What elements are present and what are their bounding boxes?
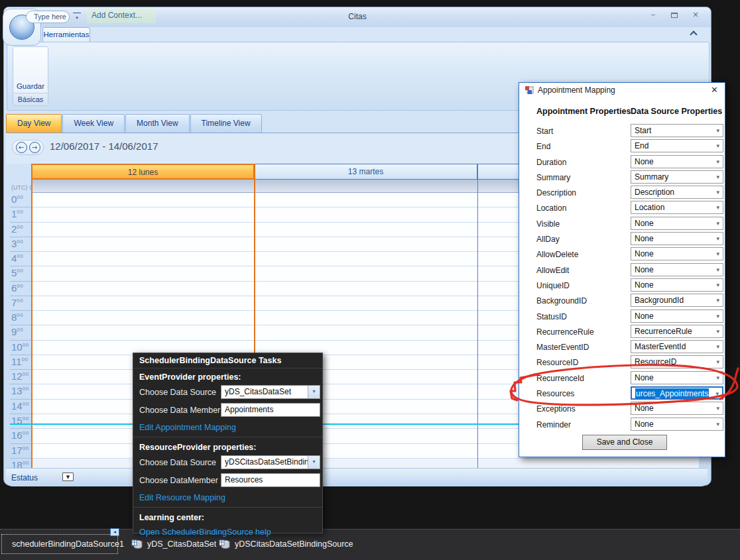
mapping-rows: Start Start▾ End End▾ Duration None▾ Sum… xyxy=(519,124,725,433)
close-button[interactable]: × xyxy=(690,11,702,21)
appointment-property-label: ResourceID xyxy=(536,358,578,367)
appointment-property-label: AllDay xyxy=(536,235,560,244)
day-header-selected[interactable]: 12 lunes xyxy=(31,164,255,180)
dropdown-arrow-icon[interactable]: ▾ xyxy=(716,418,719,430)
dropdown-arrow-icon[interactable]: ▾ xyxy=(716,140,719,152)
save-and-close-button[interactable]: Save and Close xyxy=(582,435,667,450)
view-tab[interactable]: Day View xyxy=(6,114,62,133)
data-source-combo[interactable]: Description▾ xyxy=(631,186,723,199)
grid-partial-cells[interactable] xyxy=(31,459,699,468)
day-header[interactable]: 13 martes xyxy=(255,164,477,180)
view-tab[interactable]: Week View xyxy=(62,114,125,133)
status-bar: Estatus ▼ xyxy=(6,468,708,486)
dropdown-arrow-icon[interactable]: ▾ xyxy=(716,156,719,168)
dropdown-arrow-icon[interactable]: ▾ xyxy=(716,233,719,245)
smart-tag-open-button[interactable]: ◂ xyxy=(110,528,119,536)
dropdown-arrow-icon[interactable]: ▾ xyxy=(716,171,719,183)
data-source-combo[interactable]: None▾ xyxy=(631,263,723,276)
appointment-property-label: Description xyxy=(536,188,576,197)
tray-item-label: yDS_CitasDataSet xyxy=(147,539,216,549)
mapping-row: AllowDelete None▾ xyxy=(519,247,725,262)
dropdown-arrow-icon[interactable]: ▾ xyxy=(716,294,719,306)
dropdown-arrow-icon[interactable]: ▾ xyxy=(716,279,719,291)
appointment-property-label: MasterEventID xyxy=(536,343,589,352)
event-data-source-combo[interactable]: yDS_CitasDataSet▾ xyxy=(221,385,320,399)
dialog-close-button[interactable]: ✕ xyxy=(711,85,718,95)
mapping-row: ResourceID ResourceID▾ xyxy=(519,355,725,370)
data-source-combo[interactable]: None▾ xyxy=(631,309,723,323)
data-source-combo[interactable]: End▾ xyxy=(631,139,723,152)
dropdown-arrow-icon[interactable]: ▾ xyxy=(716,341,719,353)
dropdown-arrow-icon[interactable]: ▾ xyxy=(716,372,719,384)
data-source-combo[interactable]: None▾ xyxy=(631,217,723,230)
maximize-button[interactable] xyxy=(668,11,680,21)
mapping-row: RecurrenceRule RecurrenceRule▾ xyxy=(519,325,725,340)
mapping-row: StatusID None▾ xyxy=(519,309,725,325)
data-source-combo[interactable]: None▾ xyxy=(631,418,723,431)
dropdown-arrow-icon[interactable]: ▾ xyxy=(716,402,719,414)
data-source-combo[interactable]: BackgroundId▾ xyxy=(631,294,723,307)
timezone-label: (UTC) C xyxy=(10,180,31,193)
data-source-combo[interactable]: None▾ xyxy=(631,371,723,384)
dropdown-arrow-icon[interactable]: ▾ xyxy=(716,325,719,337)
dropdown-arrow-icon[interactable]: ▾ xyxy=(716,264,719,276)
data-source-combo[interactable]: Summary▾ xyxy=(631,170,723,184)
data-source-combo[interactable]: ResourceID▾ xyxy=(631,355,723,368)
minimize-button[interactable]: – xyxy=(647,11,659,21)
smart-tag-panel: SchedulerBindingDataSource Tasks EventPr… xyxy=(133,353,323,533)
dropdown-arrow-icon[interactable]: ▾ xyxy=(308,386,320,398)
data-source-combo[interactable]: None▾ xyxy=(631,232,723,245)
dropdown-arrow-icon[interactable]: ▾ xyxy=(716,201,719,213)
data-source-combo[interactable]: Location▾ xyxy=(631,201,723,214)
edit-appointment-mapping-link[interactable]: Edit Appointment Mapping xyxy=(133,419,322,435)
quick-access-dropdown-icon[interactable]: ▾ xyxy=(73,13,81,21)
appointment-property-label: Start xyxy=(536,127,553,136)
next-date-button[interactable]: → xyxy=(29,142,40,153)
tray-item-schedulerbindingdatasource[interactable]: schedulerBindingDataSource1 xyxy=(1,534,118,554)
dropdown-arrow-icon[interactable]: ▾ xyxy=(715,388,719,400)
previous-date-button[interactable]: ← xyxy=(16,142,27,153)
tab-herramientas[interactable]: Herramientas xyxy=(42,27,90,42)
event-data-member-input[interactable]: Appointments xyxy=(221,403,320,417)
component-tray: schedulerBindingDataSource1 ◂ yDS_CitasD… xyxy=(0,529,740,560)
dropdown-arrow-icon[interactable]: ▾ xyxy=(716,248,719,260)
appointment-property-label: Duration xyxy=(536,158,566,167)
day-column-separator xyxy=(477,164,478,468)
mapping-row: AllDay None▾ xyxy=(519,232,725,247)
time-ruler: 000 100 200 300 400 500 600 700 800 xyxy=(10,193,31,459)
dropdown-arrow-icon[interactable]: ▾ xyxy=(308,456,320,469)
edit-resource-mapping-link[interactable]: Edit Resource Mapping xyxy=(133,489,322,506)
dropdown-arrow-icon[interactable]: ▾ xyxy=(716,356,719,368)
view-tab[interactable]: Timeline View xyxy=(190,114,262,133)
appointment-property-label: Resources xyxy=(536,389,574,398)
data-source-combo[interactable]: None▾ xyxy=(631,402,723,415)
dropdown-arrow-icon[interactable]: ▾ xyxy=(716,186,719,198)
data-source-combo[interactable]: None▾ xyxy=(631,247,723,260)
search-input[interactable]: Type here xyxy=(26,11,70,23)
hour-label: 1100 xyxy=(10,355,31,370)
view-tab[interactable]: Month View xyxy=(125,114,189,133)
guardar-button[interactable]: Guardar xyxy=(13,47,48,93)
mapping-row: Visible None▾ xyxy=(519,217,725,232)
choose-data-source-label: Choose Data Source xyxy=(139,388,216,397)
hour-label: 600 xyxy=(10,282,31,296)
maximize-icon xyxy=(671,13,678,18)
ribbon-collapse-button[interactable] xyxy=(690,30,698,38)
status-dropdown-button[interactable]: ▼ xyxy=(62,473,74,481)
data-source-combo[interactable]: None▾ xyxy=(631,278,723,292)
hour-label: 1000 xyxy=(10,341,31,355)
data-source-combo[interactable]: None▾ xyxy=(631,155,723,168)
dropdown-arrow-icon[interactable]: ▾ xyxy=(716,125,719,137)
open-scheduler-help-link[interactable]: Open SchedulerBindingSource help xyxy=(133,524,322,540)
data-source-combo[interactable]: Start▾ xyxy=(631,124,723,137)
add-context-button[interactable]: Add Context... xyxy=(87,9,156,23)
dropdown-arrow-icon[interactable]: ▾ xyxy=(716,310,719,322)
appointment-property-label: BackgroundID xyxy=(536,296,587,306)
dropdown-arrow-icon[interactable]: ▾ xyxy=(716,217,719,229)
data-source-combo[interactable]: MasterEventId▾ xyxy=(631,340,723,353)
data-source-combo[interactable]: RecurrenceRule▾ xyxy=(631,325,723,338)
mapping-row: Resources urces_Appointments▾ xyxy=(519,386,725,402)
data-source-combo[interactable]: urces_Appointments▾ xyxy=(631,386,723,400)
resource-data-source-combo[interactable]: yDSCitasDataSetBindin▾ xyxy=(221,455,320,469)
resource-data-member-input[interactable]: Resources xyxy=(221,473,320,487)
